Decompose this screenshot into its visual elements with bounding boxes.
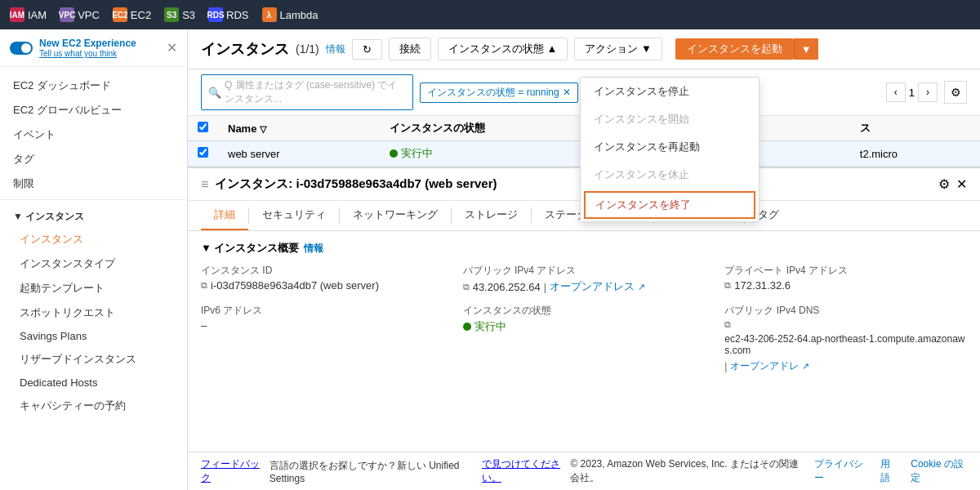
- sidebar-item-events[interactable]: イベント: [0, 122, 187, 147]
- cookie-link[interactable]: Cookie の設定: [911, 457, 967, 485]
- sidebar-item-reserved[interactable]: リザーブドインスタンス: [0, 347, 187, 372]
- bottom-links: © 2023, Amazon Web Services, Inc. またはその関…: [570, 457, 967, 485]
- field-instance-id: インスタンス ID ⧉ i-03d75988e963a4db7 (web ser…: [201, 264, 443, 294]
- copy-icon-4[interactable]: ⧉: [724, 319, 731, 330]
- nav-lambda[interactable]: λ Lambda: [262, 7, 318, 22]
- dropdown-hibernate: インスタンスを休止: [581, 161, 759, 189]
- public-ipv4-label: パブリック IPv4 アドレス: [463, 264, 706, 278]
- tab-storage[interactable]: ストレージ: [452, 201, 531, 230]
- sidebar-item-limits[interactable]: 制限: [0, 172, 187, 196]
- copy-icon-3[interactable]: ⧉: [724, 280, 731, 291]
- privacy-link[interactable]: プライバシー: [814, 457, 867, 485]
- search-icon: 🔍: [208, 87, 221, 99]
- feedback-link[interactable]: フィードバック: [201, 457, 263, 485]
- prev-page-button[interactable]: ‹: [886, 82, 906, 102]
- open-address-link-2[interactable]: オープンアドレ: [730, 359, 799, 373]
- terms-link[interactable]: 用語: [880, 457, 898, 485]
- section-title: ▼ インスタンス概要: [201, 241, 299, 256]
- tab-security[interactable]: セキュリティ: [249, 201, 339, 230]
- drag-handle-icon[interactable]: ≡: [201, 177, 208, 192]
- sidebar-item-dedicated-hosts[interactable]: Dedicated Hosts: [0, 372, 187, 394]
- nav-rds[interactable]: RDS RDS: [208, 7, 248, 22]
- filter-tag-clear[interactable]: ✕: [563, 87, 571, 98]
- instance-state-button[interactable]: インスタンスの状態 ▲: [438, 38, 568, 60]
- dropdown-reboot[interactable]: インスタンスを再起動: [581, 133, 759, 161]
- search-box[interactable]: 🔍 Q 属性またはタグ (case-sensitive) でインスタンス...: [201, 74, 413, 110]
- info-badge[interactable]: 情報: [326, 42, 345, 56]
- ipv6-value: –: [201, 319, 443, 332]
- row-checkbox: [188, 141, 218, 167]
- actions-button[interactable]: アクション ▼: [574, 38, 662, 60]
- sidebar-item-instances[interactable]: インスタンス: [0, 227, 187, 252]
- field-ipv6: IPv6 アドレス –: [201, 304, 443, 373]
- copy-icon-2[interactable]: ⧉: [463, 282, 470, 292]
- nav-lambda-label: Lambda: [280, 9, 318, 21]
- settings-button[interactable]: ⚙: [944, 81, 967, 104]
- private-ipv4-label: プライベート IPv4 アドレス: [724, 264, 967, 278]
- detail-close-icon[interactable]: ✕: [956, 176, 967, 192]
- sidebar-item-dashboard[interactable]: EC2 ダッシュボード: [0, 74, 187, 98]
- detail-title: インスタンス: i-03d75988e963a4db7 (web server): [215, 176, 497, 192]
- dropdown-stop[interactable]: インスタンスを停止: [581, 78, 759, 105]
- section-header: ▼ インスタンス概要 情報: [201, 241, 967, 256]
- sidebar: New EC2 Experience Tell us what you thin…: [0, 29, 188, 490]
- brand-subtitle[interactable]: Tell us what you think: [39, 49, 136, 58]
- filter-tag-label: インスタンスの状態 = running: [427, 86, 559, 100]
- instance-id-label: インスタンス ID: [201, 264, 443, 278]
- new-experience-toggle[interactable]: [10, 42, 33, 55]
- sidebar-item-spot-requests[interactable]: スポットリクエスト: [0, 301, 187, 325]
- refresh-button[interactable]: ↻: [352, 39, 382, 60]
- sidebar-nav: EC2 ダッシュボード EC2 グローバルビュー イベント タグ 制限 ▼ イン…: [0, 67, 187, 425]
- next-page-button[interactable]: ›: [918, 82, 938, 102]
- sidebar-item-tags[interactable]: タグ: [0, 147, 187, 172]
- sidebar-item-savings-plans[interactable]: Savings Plans: [0, 325, 187, 347]
- dropdown-start: インスタンスを開始: [581, 105, 759, 133]
- nav-vpc-label: VPC: [78, 9, 100, 21]
- close-sidebar-button[interactable]: ✕: [167, 40, 177, 56]
- page-number: 1: [909, 87, 915, 99]
- external-link-icon-2[interactable]: ↗: [802, 361, 809, 372]
- tab-details[interactable]: 詳細: [201, 201, 248, 230]
- state-label: インスタンスの状態: [448, 42, 544, 55]
- sidebar-section-instances: ▼ インスタンス: [0, 203, 187, 227]
- detail-content: ▼ インスタンス概要 情報 インスタンス ID ⧉ i-03d75988e963…: [188, 231, 980, 383]
- rds-icon: RDS: [208, 7, 223, 22]
- instance-id-value: ⧉ i-03d75988e963a4db7 (web server): [201, 279, 443, 292]
- search-placeholder: Q 属性またはタグ (case-sensitive) でインスタンス...: [225, 78, 406, 106]
- nav-s3-label: S3: [182, 9, 195, 21]
- launch-button[interactable]: インスタンスを起動: [675, 38, 794, 60]
- sidebar-item-launch-templates[interactable]: 起動テンプレート: [0, 276, 187, 301]
- sidebar-brand: New EC2 Experience Tell us what you thin…: [10, 38, 136, 58]
- external-link-icon-1[interactable]: ↗: [638, 282, 645, 292]
- nav-vpc[interactable]: VPC VPC: [60, 7, 100, 22]
- ec2-icon: EC2: [113, 7, 127, 22]
- nav-iam[interactable]: IAM IAM: [10, 7, 47, 22]
- instance-count: (1/1): [296, 42, 319, 56]
- gear-icon: ⚙: [951, 86, 961, 99]
- nav-ec2[interactable]: EC2 EC2: [113, 7, 151, 22]
- bottom-bar: フィードバック 言語の選択をお探しですか？新しい Unified Setting…: [188, 452, 980, 490]
- launch-arrow-button[interactable]: ▼: [794, 38, 818, 60]
- row-select-checkbox[interactable]: [198, 147, 208, 158]
- sidebar-item-capacity[interactable]: キャパシティーの予約: [0, 394, 187, 418]
- instance-id-text: i-03d75988e963a4db7 (web server): [211, 279, 379, 292]
- sidebar-item-instance-types[interactable]: インスタンスタイプ: [0, 252, 187, 276]
- content-area: インスタンス (1/1) 情報 ↻ 接続 インスタンスの状態 ▲ アクション ▼…: [188, 29, 980, 490]
- section-info-badge[interactable]: 情報: [304, 242, 323, 256]
- sidebar-header: New EC2 Experience Tell us what you thin…: [0, 29, 187, 67]
- public-ipv4-text: 43.206.252.64: [473, 281, 541, 293]
- unified-settings-link[interactable]: で見つけてください。: [482, 457, 570, 485]
- select-all-checkbox[interactable]: [198, 122, 208, 132]
- sidebar-item-global[interactable]: EC2 グローバルビュー: [0, 98, 187, 122]
- connect-button[interactable]: 接続: [389, 38, 431, 60]
- refresh-icon: ↻: [363, 43, 372, 56]
- copy-icon-1[interactable]: ⧉: [201, 280, 207, 291]
- nav-s3[interactable]: S3 S3: [164, 7, 195, 22]
- state-dropdown: インスタンスを停止 インスタンスを開始 インスタンスを再起動 インスタンスを休止…: [580, 77, 760, 222]
- detail-grid: インスタンス ID ⧉ i-03d75988e963a4db7 (web ser…: [201, 264, 967, 373]
- tab-networking[interactable]: ネットワーキング: [340, 201, 451, 230]
- detail-gear-icon[interactable]: ⚙: [938, 176, 950, 192]
- dropdown-terminate[interactable]: インスタンスを終了: [584, 191, 755, 219]
- field-private-ipv4: プライベート IPv4 アドレス ⧉ 172.31.32.6: [724, 264, 967, 294]
- open-address-link[interactable]: オープンアドレス: [550, 279, 635, 294]
